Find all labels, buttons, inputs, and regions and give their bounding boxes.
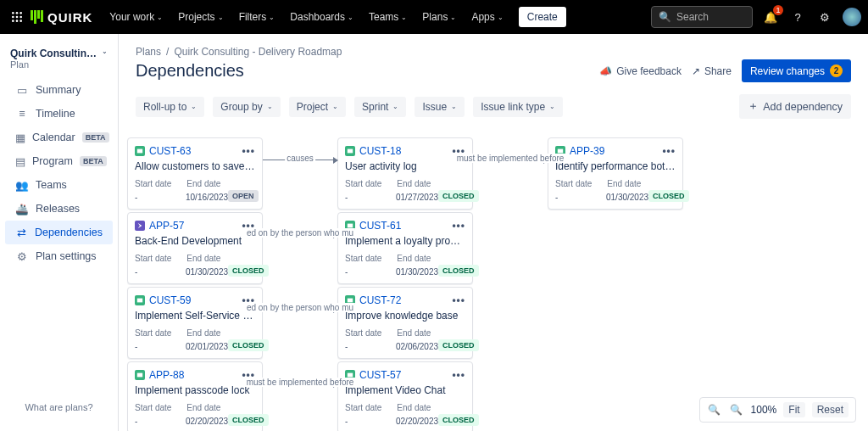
filter-sprint[interactable]: Sprint⌄ [354,97,406,117]
megaphone-icon: 📣 [599,65,612,77]
issue-key[interactable]: CUST-18 [345,145,401,157]
svg-point-2 [19,12,22,14]
issue-card-APP-57[interactable]: APP-57•••Back-End DevelopmentStart dateE… [127,212,263,284]
app-switcher-icon[interactable] [7,7,27,27]
filter-issue[interactable]: Issue⌄ [415,97,465,117]
breadcrumb-project[interactable]: Quirk Consulting - Delivery Roadmap [174,46,342,58]
issue-card-CUST-59[interactable]: CUST-59•••Implement Self-Service PortalS… [127,287,263,359]
issue-key[interactable]: CUST-59 [135,294,191,306]
zoom-reset-button[interactable]: Reset [812,402,849,417]
calendar-icon: ▦ [15,131,25,144]
filter-project[interactable]: Project⌄ [289,97,346,117]
logo[interactable]: QUIRK [31,10,92,25]
card-more-icon[interactable]: ••• [662,145,676,157]
end-date: 02/01/2023 [186,342,228,351]
filter-issue-link-type[interactable]: Issue link type⌄ [473,97,563,117]
share-icon: ↗ [692,65,700,77]
start-date: - [135,342,170,351]
sidebar-item-summary[interactable]: ▭Summary [5,78,113,102]
sidebar-item-releases[interactable]: 🚢Releases [5,197,113,221]
card-more-icon[interactable]: ••• [452,294,465,306]
review-changes-button[interactable]: Review changes2 [742,59,851,82]
sidebar-item-label: Teams [36,179,67,191]
share-button[interactable]: ↗Share [692,65,732,77]
sidebar-item-teams[interactable]: 👥Teams [5,173,113,197]
card-more-icon[interactable]: ••• [242,145,255,157]
status-badge: CLOSED [648,190,689,202]
sidebar-item-label: Program [32,155,73,167]
issue-card-APP-88[interactable]: APP-88•••Implement passcode lockStart da… [127,361,263,431]
svg-point-1 [16,12,19,14]
nav-filters[interactable]: Filters⌄ [232,6,282,28]
svg-point-7 [16,20,19,22]
issue-card-CUST-61[interactable]: CUST-61•••Implement a loyalty program fo… [337,212,473,284]
dependency-label: must be implemented before [245,378,356,387]
zoom-bar: 🔍 🔍 100% Fit Reset [699,397,856,423]
issue-card-CUST-18[interactable]: CUST-18•••User activity logStart dateEnd… [337,137,473,210]
zoom-fit-button[interactable]: Fit [783,402,804,417]
chevron-down-icon: ⌄ [549,103,555,110]
filter-roll-up-to[interactable]: Roll-up to⌄ [136,97,204,117]
status-badge: CLOSED [438,190,479,202]
filter-group-by[interactable]: Group by⌄ [213,97,280,117]
sidebar-item-program[interactable]: ▤ProgramBETA [5,149,113,173]
dependency-canvas[interactable]: CUST-63•••Allow customers to save their … [119,129,868,431]
issue-summary: Improve knowledge base [345,310,465,322]
avatar[interactable] [843,8,861,26]
beta-badge: BETA [82,132,109,143]
main: Plans / Quirk Consulting - Delivery Road… [119,34,868,431]
give-feedback-button[interactable]: 📣Give feedback [599,65,682,77]
issue-summary: Identify performance bottlenecks [555,160,676,172]
nav-plans[interactable]: Plans⌄ [415,6,463,28]
chevron-down-icon: ⌄ [267,103,273,110]
issue-key[interactable]: CUST-63 [135,145,191,157]
issue-key[interactable]: APP-57 [135,220,184,232]
sidebar-item-plan-settings[interactable]: ⚙Plan settings [5,244,113,268]
chevron-down-icon: ⌄ [450,14,456,21]
add-dependency-button[interactable]: ＋Add dependency [739,94,851,119]
issue-card-CUST-63[interactable]: CUST-63•••Allow customers to save their … [127,137,263,210]
nav-apps[interactable]: Apps⌄ [465,6,509,28]
sidebar-item-calendar[interactable]: ▦CalendarBETA [5,126,113,149]
settings-icon[interactable]: ⚙ [815,8,834,26]
program-icon: ▤ [15,154,25,168]
nav-projects[interactable]: Projects⌄ [171,6,230,28]
sidebar: Quirk Consulting - Delive... Plan ⌄ ▭Sum… [0,34,119,431]
chevron-down-icon: ⌄ [191,103,197,110]
help-icon[interactable]: ? [788,8,807,26]
chevron-down-icon: ⌄ [332,103,338,110]
nav-teams[interactable]: Teams⌄ [362,6,414,28]
nav-your-work[interactable]: Your work⌄ [103,6,170,28]
end-date: 01/30/2023 [396,267,438,277]
zoom-out-icon[interactable]: 🔍 [707,402,722,417]
project-name: Quirk Consulting - Delive... [10,48,102,59]
svg-point-6 [12,20,14,22]
start-date: - [345,267,381,277]
issue-card-APP-39[interactable]: APP-39•••Identify performance bottleneck… [548,137,683,210]
sidebar-item-label: Summary [36,84,81,96]
story-icon [135,146,145,156]
issue-summary: User activity log [345,160,465,172]
card-more-icon[interactable]: ••• [452,220,465,232]
issue-card-CUST-57[interactable]: CUST-57•••Implement Video ChatStart date… [337,361,473,431]
svg-point-4 [16,16,19,19]
issue-key[interactable]: APP-88 [135,369,184,381]
zoom-in-icon[interactable]: 🔍 [729,402,744,417]
timeline-icon: ≡ [15,107,29,120]
nav-dashboards[interactable]: Dashboards⌄ [283,6,360,28]
sidebar-item-dependencies[interactable]: ⇄Dependencies [5,221,113,244]
sidebar-item-timeline[interactable]: ≡Timeline [5,102,113,126]
card-more-icon[interactable]: ••• [452,369,465,381]
start-date: - [135,193,170,202]
teams-icon: 👥 [15,178,29,192]
end-date: 01/30/2023 [606,193,648,202]
create-button[interactable]: Create [519,7,566,27]
breadcrumb-plans[interactable]: Plans [136,46,161,58]
notifications-icon[interactable]: 🔔1 [761,8,780,26]
chevron-down-icon: ⌄ [392,103,398,110]
what-are-plans-link[interactable]: What are plans? [0,392,118,423]
issue-card-CUST-72[interactable]: CUST-72•••Improve knowledge baseStart da… [337,287,473,359]
search-input[interactable]: 🔍Search [651,6,753,28]
project-selector[interactable]: Quirk Consulting - Delive... Plan ⌄ [0,42,118,78]
topbar: QUIRK Your work⌄Projects⌄Filters⌄Dashboa… [0,0,868,34]
